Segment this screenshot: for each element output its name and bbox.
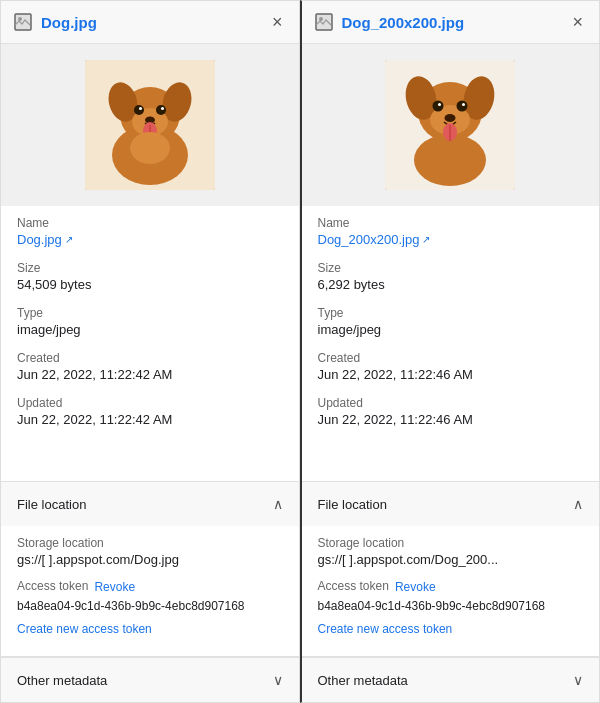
token-value-1: b4a8ea04-9c1d-436b-9b9c-4ebc8d907168 xyxy=(17,599,283,613)
create-token-link-1[interactable]: Create new access token xyxy=(17,622,152,636)
storage-label-1: Storage location xyxy=(17,536,283,550)
type-value-2: image/jpeg xyxy=(318,322,584,337)
panel-dog-200x200-jpg: Dog_200x200.jpg × xyxy=(300,0,601,703)
chevron-up-icon-2: ∧ xyxy=(573,496,583,512)
svg-point-17 xyxy=(319,17,323,21)
created-row-1: Created Jun 22, 2022, 11:22:42 AM xyxy=(17,351,283,382)
name-label-1: Name xyxy=(17,216,283,230)
create-token-link-2[interactable]: Create new access token xyxy=(318,622,453,636)
updated-row-2: Updated Jun 22, 2022, 11:22:46 AM xyxy=(318,396,584,427)
svg-point-8 xyxy=(134,105,144,115)
created-value-1: Jun 22, 2022, 11:22:42 AM xyxy=(17,367,283,382)
storage-label-2: Storage location xyxy=(318,536,584,550)
storage-value-2: gs://[ ].appspot.com/Dog_200... xyxy=(318,552,584,567)
name-row-1: Name Dog.jpg ↗ xyxy=(17,216,283,247)
panel-header-1: Dog.jpg × xyxy=(1,1,299,44)
created-label-1: Created xyxy=(17,351,283,365)
chevron-down-icon-1: ∨ xyxy=(273,672,283,688)
external-link-icon-1: ↗ xyxy=(65,234,73,245)
info-section-2: Name Dog_200x200.jpg ↗ Size 6,292 bytes … xyxy=(302,206,600,481)
size-label-1: Size xyxy=(17,261,283,275)
image-preview-2 xyxy=(302,44,600,206)
other-metadata-header-2[interactable]: Other metadata ∨ xyxy=(302,657,600,702)
size-row-1: Size 54,509 bytes xyxy=(17,261,283,292)
other-metadata-header-1[interactable]: Other metadata ∨ xyxy=(1,657,299,702)
svg-point-9 xyxy=(156,105,166,115)
dog-image-2 xyxy=(385,60,515,190)
access-token-row-2: Access token Revoke b4a8ea04-9c1d-436b-9… xyxy=(318,579,584,636)
other-metadata-label-1: Other metadata xyxy=(17,673,107,688)
token-value-2: b4a8ea04-9c1d-436b-9b9c-4ebc8d907168 xyxy=(318,599,584,613)
storage-row-2: Storage location gs://[ ].appspot.com/Do… xyxy=(318,536,584,567)
revoke-link-1[interactable]: Revoke xyxy=(94,580,135,594)
svg-point-15 xyxy=(130,132,170,164)
panel-dog-jpg: Dog.jpg × xyxy=(0,0,300,703)
name-link-2[interactable]: Dog_200x200.jpg ↗ xyxy=(318,232,431,247)
file-location-content-2: Storage location gs://[ ].appspot.com/Do… xyxy=(302,526,600,657)
file-location-header-2[interactable]: File location ∧ xyxy=(302,481,600,526)
image-icon-2 xyxy=(314,12,334,32)
chevron-up-icon-1: ∧ xyxy=(273,496,283,512)
info-section-1: Name Dog.jpg ↗ Size 54,509 bytes Type im… xyxy=(1,206,299,481)
access-token-label-1: Access token xyxy=(17,579,88,593)
chevron-down-icon-2: ∨ xyxy=(573,672,583,688)
revoke-link-2[interactable]: Revoke xyxy=(395,580,436,594)
size-label-2: Size xyxy=(318,261,584,275)
other-metadata-label-2: Other metadata xyxy=(318,673,408,688)
close-button-1[interactable]: × xyxy=(268,11,287,33)
file-location-content-1: Storage location gs://[ ].appspot.com/Do… xyxy=(1,526,299,657)
updated-label-1: Updated xyxy=(17,396,283,410)
token-label-row-1: Access token Revoke xyxy=(17,579,283,595)
type-value-1: image/jpeg xyxy=(17,322,283,337)
dog-image-1 xyxy=(85,60,215,190)
token-label-row-2: Access token Revoke xyxy=(318,579,584,595)
updated-value-2: Jun 22, 2022, 11:22:46 AM xyxy=(318,412,584,427)
svg-point-24 xyxy=(433,101,444,112)
updated-value-1: Jun 22, 2022, 11:22:42 AM xyxy=(17,412,283,427)
storage-value-1: gs://[ ].appspot.com/Dog.jpg xyxy=(17,552,283,567)
type-row-1: Type image/jpeg xyxy=(17,306,283,337)
type-label-1: Type xyxy=(17,306,283,320)
created-value-2: Jun 22, 2022, 11:22:46 AM xyxy=(318,367,584,382)
svg-point-10 xyxy=(139,107,142,110)
svg-point-25 xyxy=(457,101,468,112)
image-icon-1 xyxy=(13,12,33,32)
svg-point-27 xyxy=(462,103,465,106)
size-row-2: Size 6,292 bytes xyxy=(318,261,584,292)
panel-header-2: Dog_200x200.jpg × xyxy=(302,1,600,44)
name-row-2: Name Dog_200x200.jpg ↗ xyxy=(318,216,584,247)
panel-title-1: Dog.jpg xyxy=(41,14,260,31)
type-row-2: Type image/jpeg xyxy=(318,306,584,337)
file-location-label-2: File location xyxy=(318,497,387,512)
size-value-1: 54,509 bytes xyxy=(17,277,283,292)
svg-point-26 xyxy=(438,103,441,106)
updated-label-2: Updated xyxy=(318,396,584,410)
storage-row-1: Storage location gs://[ ].appspot.com/Do… xyxy=(17,536,283,567)
external-link-icon-2: ↗ xyxy=(422,234,430,245)
created-row-2: Created Jun 22, 2022, 11:22:46 AM xyxy=(318,351,584,382)
created-label-2: Created xyxy=(318,351,584,365)
svg-point-28 xyxy=(445,114,456,122)
type-label-2: Type xyxy=(318,306,584,320)
image-preview-1 xyxy=(1,44,299,206)
access-token-row-1: Access token Revoke b4a8ea04-9c1d-436b-9… xyxy=(17,579,283,636)
updated-row-1: Updated Jun 22, 2022, 11:22:42 AM xyxy=(17,396,283,427)
svg-point-11 xyxy=(161,107,164,110)
name-link-1[interactable]: Dog.jpg ↗ xyxy=(17,232,73,247)
name-label-2: Name xyxy=(318,216,584,230)
file-location-label-1: File location xyxy=(17,497,86,512)
file-location-header-1[interactable]: File location ∧ xyxy=(1,481,299,526)
access-token-label-2: Access token xyxy=(318,579,389,593)
close-button-2[interactable]: × xyxy=(568,11,587,33)
panel-title-2: Dog_200x200.jpg xyxy=(342,14,561,31)
svg-point-1 xyxy=(18,17,22,21)
size-value-2: 6,292 bytes xyxy=(318,277,584,292)
